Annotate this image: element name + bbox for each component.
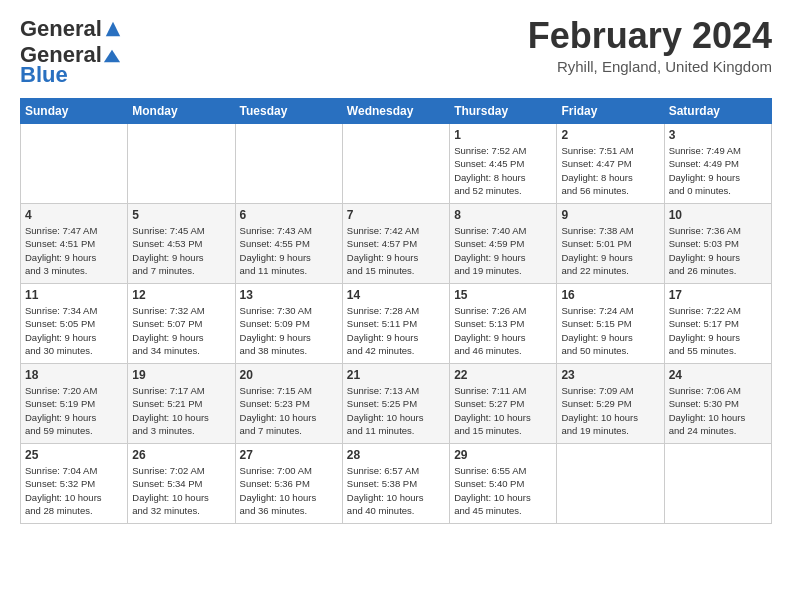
column-header-wednesday: Wednesday (342, 99, 449, 124)
calendar-table: SundayMondayTuesdayWednesdayThursdayFrid… (20, 98, 772, 524)
calendar-cell: 18Sunrise: 7:20 AM Sunset: 5:19 PM Dayli… (21, 364, 128, 444)
day-info: Sunrise: 7:22 AM Sunset: 5:17 PM Dayligh… (669, 304, 767, 357)
day-number: 4 (25, 208, 123, 222)
calendar-cell: 1Sunrise: 7:52 AM Sunset: 4:45 PM Daylig… (450, 124, 557, 204)
day-info: Sunrise: 7:30 AM Sunset: 5:09 PM Dayligh… (240, 304, 338, 357)
day-number: 25 (25, 448, 123, 462)
day-number: 28 (347, 448, 445, 462)
day-number: 23 (561, 368, 659, 382)
calendar-cell: 5Sunrise: 7:45 AM Sunset: 4:53 PM Daylig… (128, 204, 235, 284)
day-number: 16 (561, 288, 659, 302)
day-number: 29 (454, 448, 552, 462)
day-info: Sunrise: 7:34 AM Sunset: 5:05 PM Dayligh… (25, 304, 123, 357)
calendar-cell: 27Sunrise: 7:00 AM Sunset: 5:36 PM Dayli… (235, 444, 342, 524)
day-number: 27 (240, 448, 338, 462)
day-number: 11 (25, 288, 123, 302)
calendar-cell: 12Sunrise: 7:32 AM Sunset: 5:07 PM Dayli… (128, 284, 235, 364)
calendar-cell: 11Sunrise: 7:34 AM Sunset: 5:05 PM Dayli… (21, 284, 128, 364)
day-info: Sunrise: 7:49 AM Sunset: 4:49 PM Dayligh… (669, 144, 767, 197)
day-info: Sunrise: 7:52 AM Sunset: 4:45 PM Dayligh… (454, 144, 552, 197)
calendar-cell: 20Sunrise: 7:15 AM Sunset: 5:23 PM Dayli… (235, 364, 342, 444)
calendar-cell: 23Sunrise: 7:09 AM Sunset: 5:29 PM Dayli… (557, 364, 664, 444)
title-area: February 2024 Ryhill, England, United Ki… (528, 16, 772, 75)
calendar-cell: 16Sunrise: 7:24 AM Sunset: 5:15 PM Dayli… (557, 284, 664, 364)
day-number: 19 (132, 368, 230, 382)
calendar-header-row: SundayMondayTuesdayWednesdayThursdayFrid… (21, 99, 772, 124)
day-number: 20 (240, 368, 338, 382)
day-number: 10 (669, 208, 767, 222)
day-info: Sunrise: 7:42 AM Sunset: 4:57 PM Dayligh… (347, 224, 445, 277)
day-info: Sunrise: 7:20 AM Sunset: 5:19 PM Dayligh… (25, 384, 123, 437)
calendar-cell: 25Sunrise: 7:04 AM Sunset: 5:32 PM Dayli… (21, 444, 128, 524)
calendar-cell: 26Sunrise: 7:02 AM Sunset: 5:34 PM Dayli… (128, 444, 235, 524)
column-header-tuesday: Tuesday (235, 99, 342, 124)
day-number: 22 (454, 368, 552, 382)
day-info: Sunrise: 7:38 AM Sunset: 5:01 PM Dayligh… (561, 224, 659, 277)
calendar-cell: 9Sunrise: 7:38 AM Sunset: 5:01 PM Daylig… (557, 204, 664, 284)
day-number: 24 (669, 368, 767, 382)
calendar-cell (342, 124, 449, 204)
day-info: Sunrise: 7:13 AM Sunset: 5:25 PM Dayligh… (347, 384, 445, 437)
calendar-cell: 22Sunrise: 7:11 AM Sunset: 5:27 PM Dayli… (450, 364, 557, 444)
day-info: Sunrise: 7:51 AM Sunset: 4:47 PM Dayligh… (561, 144, 659, 197)
day-info: Sunrise: 7:15 AM Sunset: 5:23 PM Dayligh… (240, 384, 338, 437)
calendar-cell: 17Sunrise: 7:22 AM Sunset: 5:17 PM Dayli… (664, 284, 771, 364)
header: General General Blue February 2024 Ryhil… (20, 16, 772, 88)
day-info: Sunrise: 7:32 AM Sunset: 5:07 PM Dayligh… (132, 304, 230, 357)
logo-triangle-icon (103, 47, 121, 65)
calendar-cell: 2Sunrise: 7:51 AM Sunset: 4:47 PM Daylig… (557, 124, 664, 204)
day-number: 7 (347, 208, 445, 222)
calendar-cell: 28Sunrise: 6:57 AM Sunset: 5:38 PM Dayli… (342, 444, 449, 524)
day-number: 8 (454, 208, 552, 222)
day-info: Sunrise: 7:09 AM Sunset: 5:29 PM Dayligh… (561, 384, 659, 437)
calendar-cell: 21Sunrise: 7:13 AM Sunset: 5:25 PM Dayli… (342, 364, 449, 444)
calendar-cell: 3Sunrise: 7:49 AM Sunset: 4:49 PM Daylig… (664, 124, 771, 204)
calendar-week-3: 11Sunrise: 7:34 AM Sunset: 5:05 PM Dayli… (21, 284, 772, 364)
day-info: Sunrise: 7:17 AM Sunset: 5:21 PM Dayligh… (132, 384, 230, 437)
day-info: Sunrise: 7:11 AM Sunset: 5:27 PM Dayligh… (454, 384, 552, 437)
day-number: 17 (669, 288, 767, 302)
calendar-cell (557, 444, 664, 524)
day-info: Sunrise: 7:43 AM Sunset: 4:55 PM Dayligh… (240, 224, 338, 277)
calendar-cell: 24Sunrise: 7:06 AM Sunset: 5:30 PM Dayli… (664, 364, 771, 444)
logo-blue-label: Blue (20, 62, 68, 87)
day-number: 18 (25, 368, 123, 382)
day-info: Sunrise: 7:45 AM Sunset: 4:53 PM Dayligh… (132, 224, 230, 277)
calendar-cell: 6Sunrise: 7:43 AM Sunset: 4:55 PM Daylig… (235, 204, 342, 284)
day-number: 3 (669, 128, 767, 142)
day-number: 5 (132, 208, 230, 222)
calendar-week-2: 4Sunrise: 7:47 AM Sunset: 4:51 PM Daylig… (21, 204, 772, 284)
calendar-cell (235, 124, 342, 204)
svg-marker-0 (106, 22, 120, 36)
calendar-cell: 13Sunrise: 7:30 AM Sunset: 5:09 PM Dayli… (235, 284, 342, 364)
calendar-cell: 10Sunrise: 7:36 AM Sunset: 5:03 PM Dayli… (664, 204, 771, 284)
day-number: 1 (454, 128, 552, 142)
calendar-cell (21, 124, 128, 204)
day-number: 13 (240, 288, 338, 302)
day-info: Sunrise: 7:00 AM Sunset: 5:36 PM Dayligh… (240, 464, 338, 517)
day-info: Sunrise: 7:04 AM Sunset: 5:32 PM Dayligh… (25, 464, 123, 517)
svg-marker-1 (104, 50, 120, 63)
main-title: February 2024 (528, 16, 772, 56)
day-info: Sunrise: 6:55 AM Sunset: 5:40 PM Dayligh… (454, 464, 552, 517)
calendar-week-4: 18Sunrise: 7:20 AM Sunset: 5:19 PM Dayli… (21, 364, 772, 444)
day-number: 2 (561, 128, 659, 142)
calendar-cell (664, 444, 771, 524)
column-header-friday: Friday (557, 99, 664, 124)
calendar-cell: 14Sunrise: 7:28 AM Sunset: 5:11 PM Dayli… (342, 284, 449, 364)
calendar-cell: 19Sunrise: 7:17 AM Sunset: 5:21 PM Dayli… (128, 364, 235, 444)
day-number: 15 (454, 288, 552, 302)
day-info: Sunrise: 7:24 AM Sunset: 5:15 PM Dayligh… (561, 304, 659, 357)
day-info: Sunrise: 7:02 AM Sunset: 5:34 PM Dayligh… (132, 464, 230, 517)
column-header-thursday: Thursday (450, 99, 557, 124)
calendar-cell: 8Sunrise: 7:40 AM Sunset: 4:59 PM Daylig… (450, 204, 557, 284)
calendar-page: General General Blue February 2024 Ryhil… (0, 0, 792, 534)
logo-icon (104, 20, 122, 38)
calendar-week-1: 1Sunrise: 7:52 AM Sunset: 4:45 PM Daylig… (21, 124, 772, 204)
column-header-monday: Monday (128, 99, 235, 124)
day-info: Sunrise: 7:40 AM Sunset: 4:59 PM Dayligh… (454, 224, 552, 277)
day-number: 21 (347, 368, 445, 382)
column-header-sunday: Sunday (21, 99, 128, 124)
calendar-cell: 15Sunrise: 7:26 AM Sunset: 5:13 PM Dayli… (450, 284, 557, 364)
logo: General General Blue (20, 16, 122, 88)
